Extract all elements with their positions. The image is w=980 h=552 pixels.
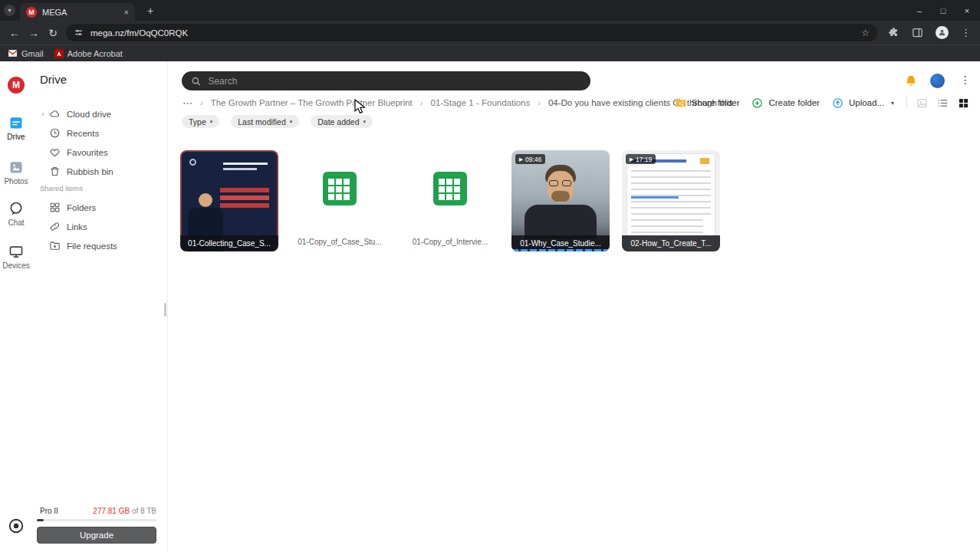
chevron-right-icon: ›: [200, 98, 203, 107]
caret-down-icon: ▾: [8, 7, 11, 14]
play-icon: ▶: [519, 156, 523, 163]
share-folder-button[interactable]: Share folder: [676, 98, 740, 107]
rail-item-target[interactable]: [8, 518, 25, 537]
rail-item-drive[interactable]: Drive: [0, 115, 32, 141]
file-card-video[interactable]: ▶ 17:19 02-How_To_Create_T...: [622, 150, 720, 251]
tab-close-icon[interactable]: ×: [124, 8, 129, 17]
storage-used: 277.81 GB: [93, 507, 130, 515]
breadcrumb-item[interactable]: 01-Stage 1 - Foundations: [430, 98, 530, 107]
target-icon: [8, 518, 25, 534]
create-folder-button[interactable]: Create folder: [751, 97, 819, 109]
notifications-button[interactable]: [905, 74, 917, 90]
sidebar-item-label: Rubbish bin: [67, 167, 113, 176]
sidebar-item-favourites[interactable]: Favourites: [32, 143, 167, 162]
browser-profile-avatar[interactable]: [936, 26, 949, 39]
preview-image-icon: [916, 97, 928, 109]
sidebar-item-links[interactable]: Links: [32, 217, 167, 236]
breadcrumb-item[interactable]: The Growth Partner – The Growth Partner …: [211, 98, 413, 107]
sidebar-resize-handle[interactable]: [164, 303, 166, 317]
sidebar-item-label: Links: [67, 222, 87, 232]
account-avatar[interactable]: [930, 74, 945, 88]
bookmark-label: Gmail: [21, 49, 44, 58]
chevron-right-icon: ›: [538, 98, 541, 107]
cloud-icon: [49, 108, 61, 120]
refresh-button[interactable]: ↻: [44, 27, 61, 39]
mega-app: M Drive Photos Chat Devices Drive › Clou…: [0, 61, 980, 552]
side-panel-icon[interactable]: [912, 27, 923, 38]
mega-logo[interactable]: M: [8, 77, 25, 94]
forward-button[interactable]: →: [25, 27, 42, 39]
sidebar-item-label: File requests: [67, 242, 117, 251]
filter-type[interactable]: Type ▾: [182, 115, 219, 128]
sidebar-item-label: Recents: [67, 129, 99, 138]
file-request-folder-icon: [49, 240, 61, 251]
file-card-presentation[interactable]: 01-Collecting_Case_S...: [180, 150, 278, 251]
toolbar-icons: ⋮: [888, 26, 971, 39]
chat-icon: [8, 201, 24, 216]
filter-chips: Type ▾ Last modified ▾ Date added ▾: [182, 115, 373, 128]
url-text: mega.nz/fm/OqQC0RQK: [90, 28, 854, 38]
sidebar-item-rubbish-bin[interactable]: Rubbish bin: [32, 162, 167, 181]
file-card-video[interactable]: ▶ 09:46 01-Why_Case_Studie...: [511, 150, 610, 251]
maximize-button[interactable]: □: [938, 6, 949, 15]
share-folder-icon: [676, 98, 686, 107]
rail-item-chat[interactable]: Chat: [0, 201, 32, 227]
preview-view-button[interactable]: [916, 97, 928, 109]
rail-item-photos[interactable]: Photos: [0, 159, 32, 186]
grid-view-icon: [958, 97, 969, 109]
drive-folder-icon: [8, 115, 24, 130]
browser-tab[interactable]: M MEGA ×: [20, 3, 135, 21]
bookmark-star-icon[interactable]: ☆: [861, 28, 870, 38]
video-duration: 17:19: [636, 156, 652, 163]
sidebar-item-cloud-drive[interactable]: › Cloud drive: [32, 104, 167, 123]
filter-label: Type: [189, 117, 206, 127]
upload-button[interactable]: Upload... ▾: [832, 97, 894, 109]
upload-caret-icon[interactable]: ▾: [891, 100, 894, 107]
browser-menu-button[interactable]: ⋮: [961, 27, 971, 38]
create-folder-plus-icon: [751, 97, 763, 109]
minimize-button[interactable]: –: [914, 6, 925, 15]
file-card-spreadsheet[interactable]: 01-Copy_of_Case_Stu...: [291, 150, 389, 251]
file-card-spreadsheet[interactable]: 01-Copy_of_Intervie...: [401, 150, 499, 251]
mega-favicon: M: [26, 7, 37, 18]
caret-down-icon: ▾: [290, 119, 293, 125]
folders-grid-icon: [49, 202, 61, 213]
bookmark-label: Adobe Acrobat: [67, 49, 123, 58]
storage-progress-bar: [37, 519, 156, 521]
search-input[interactable]: [208, 76, 581, 87]
upgrade-button[interactable]: Upgrade: [37, 527, 156, 544]
filter-last-modified[interactable]: Last modified ▾: [231, 115, 299, 128]
expand-chevron-icon[interactable]: ›: [38, 110, 48, 118]
refresh-icon: ↻: [48, 27, 58, 39]
spreadsheet-icon: [433, 172, 467, 205]
sidebar-item-recents[interactable]: Recents: [32, 123, 167, 143]
video-duration-badge: ▶ 17:19: [626, 154, 656, 164]
list-view-button[interactable]: [937, 97, 949, 109]
search-bar[interactable]: [182, 71, 590, 90]
bookmark-gmail[interactable]: Gmail: [8, 49, 44, 58]
sidebar-item-label: Favourites: [67, 148, 108, 157]
play-icon: ▶: [630, 156, 633, 163]
site-settings-icon[interactable]: [74, 28, 84, 38]
gmail-icon: [8, 49, 18, 58]
breadcrumb-more-button[interactable]: ⋯: [183, 97, 192, 109]
sidebar-item-file-requests[interactable]: File requests: [32, 236, 167, 255]
file-name: 01-Copy_of_Intervie...: [403, 238, 497, 246]
grid-view-button-active[interactable]: [958, 97, 969, 109]
extensions-puzzle-icon[interactable]: [888, 27, 899, 38]
sidebar-item-folders[interactable]: Folders: [32, 198, 167, 217]
filter-date-added[interactable]: Date added ▾: [311, 115, 373, 128]
back-button[interactable]: ←: [6, 27, 23, 39]
upload-label: Upload...: [849, 98, 884, 107]
create-folder-label: Create folder: [768, 98, 819, 107]
app-menu-button[interactable]: ⋮: [960, 74, 971, 86]
new-tab-button[interactable]: +: [143, 3, 158, 18]
bookmark-acrobat[interactable]: Adobe Acrobat: [54, 49, 123, 58]
address-bar[interactable]: mega.nz/fm/OqQC0RQK ☆: [66, 24, 877, 41]
breadcrumb: ⋯ › The Growth Partner – The Growth Part…: [183, 97, 733, 109]
rail-item-devices[interactable]: Devices: [0, 244, 32, 270]
forward-icon: →: [28, 27, 39, 39]
tab-search-button[interactable]: ▾: [4, 5, 15, 16]
window-close-button[interactable]: ×: [962, 6, 972, 15]
sidebar: Drive › Cloud drive Recents Favourites R…: [32, 61, 168, 552]
